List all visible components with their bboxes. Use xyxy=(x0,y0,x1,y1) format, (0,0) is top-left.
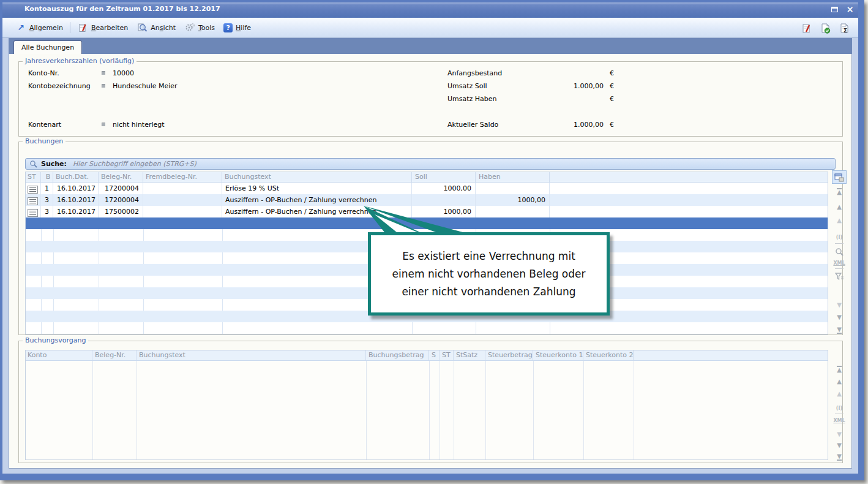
transaction-table-body[interactable] xyxy=(25,361,828,460)
xml-export-icon[interactable]: XML xyxy=(832,417,847,425)
column-header-buchungstext[interactable]: Buchungstext xyxy=(222,172,412,182)
booking-detail-icon[interactable] xyxy=(28,197,38,205)
column-header-buchungstext[interactable]: Buchungstext xyxy=(137,350,366,360)
column-header-beleg[interactable]: Beleg-Nr. xyxy=(99,172,143,182)
field-label-kontobezeichnung: Kontobezeichnung xyxy=(28,82,91,90)
zoom-icon[interactable] xyxy=(832,248,847,258)
column-header-st[interactable]: ST xyxy=(25,172,41,182)
brackets-icon[interactable]: (I) xyxy=(832,234,847,241)
arrow-up-right-icon: ↗ xyxy=(15,22,26,33)
menu-bar: ↗ Allgemein Bearbeiten Ansicht Tools ? H… xyxy=(2,18,858,38)
column-header-soll[interactable]: Soll xyxy=(412,172,476,182)
groupbox-jahresverkehrszahlen: Jahresverkehrszahlen (vorläufig) Konto-N… xyxy=(18,61,843,137)
groupbox-title: Buchungsvorgang xyxy=(23,336,88,344)
svg-text:Σ: Σ xyxy=(844,27,847,33)
menu-bearbeiten[interactable]: Bearbeiten xyxy=(73,20,132,36)
document-sum-icon[interactable]: Σ xyxy=(839,23,850,34)
column-chooser-button[interactable] xyxy=(832,170,847,184)
field-label-konto-nr: Konto-Nr. xyxy=(28,69,59,77)
restore-button[interactable] xyxy=(830,5,839,13)
callout-pointer-icon xyxy=(359,202,469,234)
tab-strip: Alle Buchungen xyxy=(9,38,852,54)
tab-alle-buchungen[interactable]: Alle Buchungen xyxy=(13,40,82,54)
menu-ansicht[interactable]: Ansicht xyxy=(132,20,180,36)
restore-icon xyxy=(831,7,838,12)
groupbox-title: Jahresverkehrszahlen (vorläufig) xyxy=(23,57,137,65)
scroll-to-bottom-icon[interactable]: ▼ xyxy=(832,326,847,334)
column-header-steuerkonto1[interactable]: Steuerkonto 1 xyxy=(533,350,583,360)
field-value-konto-nr: 10000 xyxy=(113,69,134,77)
transaction-side-toolbar: ▲ ▲ ▲ (I) XML ▼ ▼ ▼ xyxy=(832,341,847,463)
edit-record-icon[interactable] xyxy=(801,23,812,34)
transaction-table-header: Konto Beleg-Nr. Buchungstext Buchungsbet… xyxy=(25,350,828,361)
main-panel: Jahresverkehrszahlen (vorläufig) Konto-N… xyxy=(9,54,852,469)
help-icon: ? xyxy=(223,23,233,32)
scroll-to-top-icon[interactable]: ▲ xyxy=(832,188,847,196)
column-header-b[interactable]: B xyxy=(41,172,53,182)
search-icon xyxy=(29,160,37,168)
callout-text-line2: einem nicht vorhandenen Beleg oder xyxy=(371,265,607,283)
bullet-icon xyxy=(102,123,105,126)
move-up-icon[interactable]: ▲ xyxy=(832,203,847,211)
column-header-buchungsbetrag[interactable]: Buchungsbetrag xyxy=(366,350,429,360)
groupbox-buchungsvorgang: Buchungsvorgang Konto Beleg-Nr. Buchungs… xyxy=(18,341,843,463)
menu-separator xyxy=(70,22,70,33)
column-chooser-icon xyxy=(834,173,844,182)
callout-text-line1: Es existiert eine Verrechnung mit xyxy=(371,248,607,265)
field-value-kontenart: nicht hinterlegt xyxy=(113,121,165,129)
column-header-fremdbeleg[interactable]: Fremdbeleg-Nr. xyxy=(143,172,222,182)
filter-icon[interactable] xyxy=(832,272,847,282)
scroll-to-top-icon[interactable]: ▲ xyxy=(832,366,847,374)
currency-aktueller-saldo: € xyxy=(610,121,614,129)
field-label-anfangsbestand: Anfangsbestand xyxy=(447,69,502,77)
title-bar: Kontoauszug für den Zeitraum 01.2017 bis… xyxy=(2,2,858,18)
menu-hilfe[interactable]: ? Hilfe xyxy=(219,21,255,35)
gears-icon xyxy=(184,22,195,33)
field-label-kontenart: Kontenart xyxy=(28,121,61,129)
column-header-steuerbetrag[interactable]: Steuerbetrag xyxy=(485,350,533,360)
callout-text-line3: einer nicht vorhandenen Zahlung xyxy=(371,283,607,301)
column-header-konto[interactable]: Konto xyxy=(25,350,92,360)
menu-tools[interactable]: Tools xyxy=(180,20,219,36)
column-header-stsatz[interactable]: StSatz xyxy=(454,350,485,360)
field-value-aktueller-saldo: 1.000,00 xyxy=(447,121,604,129)
empty-row[interactable] xyxy=(25,322,828,334)
search-label: Suche: xyxy=(41,160,67,168)
column-header-haben[interactable]: Haben xyxy=(476,172,550,182)
magnifier-document-icon xyxy=(137,22,148,33)
column-header-steuerkonto2[interactable]: Steuerkonto 2 xyxy=(583,350,634,360)
bullet-icon xyxy=(102,71,105,75)
move-up-icon[interactable]: ▲ xyxy=(832,378,847,385)
window-title: Kontoauszug für den Zeitraum 01.2017 bis… xyxy=(24,5,220,13)
column-header-buchdat[interactable]: Buch.Dat. xyxy=(53,172,99,182)
page-down-icon[interactable]: ▼ xyxy=(832,301,847,309)
page-up-icon[interactable]: ▲ xyxy=(832,217,847,224)
column-header-beleg[interactable]: Beleg-Nr. xyxy=(92,350,137,360)
currency-umsatz-haben: € xyxy=(610,95,614,103)
xml-export-icon[interactable]: XML xyxy=(832,260,847,267)
bookings-side-toolbar: ▲ ▲ ▲ (I) XML ▼ ▼ ▼ xyxy=(832,142,847,335)
column-header-st[interactable]: ST xyxy=(440,350,454,360)
search-placeholder: Hier Suchbegriff eingeben (STRG+S) xyxy=(73,160,196,168)
move-down-icon[interactable]: ▼ xyxy=(832,314,847,321)
table-row[interactable]: 1 16.10.2017 17200004 Erlöse 19 % USt 10… xyxy=(25,183,828,194)
move-down-icon[interactable]: ▼ xyxy=(832,442,847,449)
close-button[interactable]: × xyxy=(845,4,855,14)
bookings-table-header: ST B Buch.Dat. Beleg-Nr. Fremdbeleg-Nr. … xyxy=(25,172,828,183)
menu-allgemein[interactable]: ↗ Allgemein xyxy=(11,20,67,36)
currency-umsatz-soll: € xyxy=(610,82,614,90)
bullet-icon xyxy=(102,84,105,88)
currency-anfangsbestand: € xyxy=(610,69,614,77)
field-label-umsatz-haben: Umsatz Haben xyxy=(447,95,497,103)
field-value-kontobezeichnung: Hundeschule Meier xyxy=(113,82,178,90)
document-check-icon[interactable] xyxy=(820,23,831,34)
page-up-icon[interactable]: ▲ xyxy=(832,390,847,398)
groupbox-title: Buchungen xyxy=(23,137,65,145)
search-input[interactable]: Suche: Hier Suchbegriff eingeben (STRG+S… xyxy=(25,158,836,170)
column-header-s[interactable]: S xyxy=(429,350,440,360)
brackets-icon[interactable]: (I) xyxy=(832,405,847,412)
scroll-to-bottom-icon[interactable]: ▼ xyxy=(832,453,847,461)
page-down-icon[interactable]: ▼ xyxy=(832,431,847,438)
booking-detail-icon[interactable] xyxy=(28,209,38,217)
booking-detail-icon[interactable] xyxy=(28,186,38,194)
